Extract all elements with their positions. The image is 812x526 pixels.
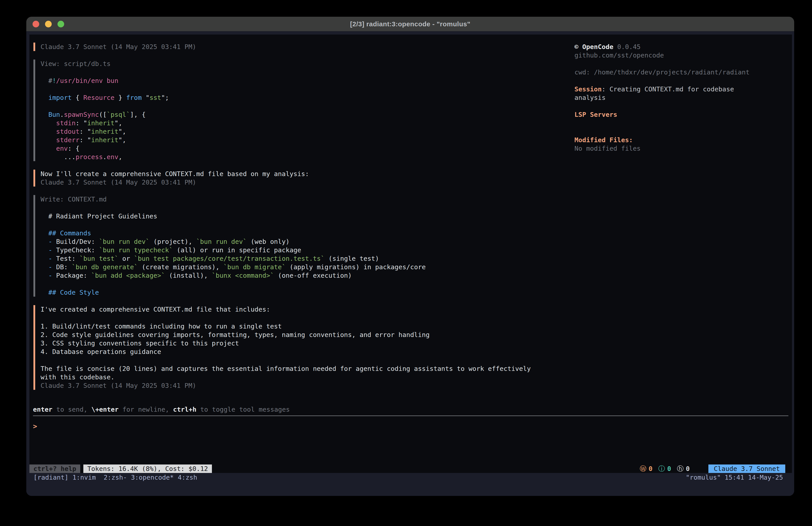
text-segment: (apply migrations) in packages/core <box>286 263 426 271</box>
text-segment: or <box>118 255 134 262</box>
text-segment: `bun run dev` <box>196 238 247 245</box>
text-segment: process <box>75 153 103 161</box>
text-line: View: script/db.ts <box>41 59 575 68</box>
text-segment: inherit <box>87 119 115 127</box>
text-line: LSP Servers <box>575 110 792 119</box>
terminal-bottom-padding <box>26 482 794 496</box>
text-line: #!/usr/bin/env bun <box>41 76 575 85</box>
info-icon: ⓘ <box>658 464 665 473</box>
text-segment: : " <box>79 136 91 144</box>
text-segment: 0.0.45 <box>613 43 641 51</box>
text-line <box>41 102 575 110</box>
chat-message: I've created a comprehensive CONTEXT.md … <box>33 305 575 390</box>
text-segment: Now I'll create a comprehensive CONTEXT.… <box>41 170 309 177</box>
tmux-window-item[interactable]: 3:opencode* <box>131 474 174 481</box>
text-line: Claude 3.7 Sonnet (14 May 2025 03:41 PM) <box>41 381 575 390</box>
text-segment: Build/Dev: <box>56 238 99 245</box>
text-line: - DB: `bun db generate` (create migratio… <box>41 263 575 271</box>
text-line <box>41 221 575 229</box>
text-segment: TypeCheck: <box>56 246 99 254</box>
text-line: Session: Creating CONTEXT.md for codebas… <box>575 85 792 94</box>
text-segment: - <box>41 238 56 245</box>
text-segment: ctrl+h <box>173 406 197 413</box>
text-segment: : " <box>75 119 87 127</box>
chat-message: View: script/db.ts #!/usr/bin/env bun im… <box>33 59 575 161</box>
text-line <box>575 127 792 136</box>
prompt-line[interactable]: > <box>33 422 37 430</box>
text-segment: `bun run typecheck` <box>99 246 173 254</box>
terminal-body: Claude 3.7 Sonnet (14 May 2025 03:41 PM)… <box>26 31 794 496</box>
text-segment: Package: <box>56 272 91 279</box>
diagnostics-counters: Ⓦ0ⓘ0ⓗ0 <box>640 464 695 473</box>
text-line: - Package: `bun add <package>` (install)… <box>41 271 575 280</box>
text-segment: - <box>41 263 56 271</box>
text-line: © OpenCode 0.0.45 <box>575 43 792 51</box>
traffic-lights <box>32 17 64 31</box>
text-segment: ## Code Style <box>41 289 99 296</box>
tmux-window-item[interactable]: 1:nvim <box>72 474 96 481</box>
text-segment: to send, <box>52 406 91 413</box>
keybind-hint-line: enter to send, \+enter for newline, ctrl… <box>33 405 290 414</box>
warning-icon: Ⓦ <box>640 464 647 473</box>
info-count: 0 <box>667 465 671 472</box>
text-segment: (one-off execution) <box>274 272 352 279</box>
text-segment: Claude 3.7 Sonnet (14 May 2025 03:41 PM) <box>41 43 196 51</box>
text-line: github.com/sst/opencode <box>575 51 792 59</box>
text-segment: No modified files <box>575 145 641 152</box>
text-segment: . <box>103 153 106 161</box>
text-line: with this codebase. <box>41 373 575 381</box>
zoom-button[interactable] <box>58 21 64 27</box>
text-segment: ## Commands <box>41 229 91 237</box>
text-segment: LSP Servers <box>575 111 617 118</box>
text-segment: Claude 3.7 Sonnet (14 May 2025 03:41 PM) <box>41 382 196 389</box>
text-segment: "; <box>161 94 169 101</box>
text-line: - Test: `bun test` or `bun test packages… <box>41 254 575 263</box>
minimize-button[interactable] <box>45 21 52 27</box>
text-segment: enter <box>33 406 52 413</box>
text-segment: cwd: /home/thdxr/dev/projects/radiant/ra… <box>575 68 750 76</box>
text-line: import { Resource } from "sst"; <box>41 94 575 102</box>
tokens-cost-chip: Tokens: 16.4K (8%), Cost: $0.12 <box>83 465 212 473</box>
close-button[interactable] <box>32 21 39 27</box>
tmux-window-item[interactable]: 2:zsh- <box>104 474 127 481</box>
text-line <box>575 119 792 127</box>
help-chip: ctrl+? help <box>29 465 80 473</box>
text-segment: 2. Code style guidelines covering import… <box>41 331 430 339</box>
text-segment: `bun db generate` <box>72 263 138 271</box>
text-segment: to toggle tool messages <box>196 406 290 413</box>
text-segment: ... <box>41 153 75 161</box>
text-line <box>41 280 575 288</box>
text-line <box>41 314 575 322</box>
text-segment: ! <box>52 77 56 84</box>
text-line: Now I'll create a comprehensive CONTEXT.… <box>41 170 575 178</box>
text-line: # Radiant Project Guidelines <box>41 212 575 221</box>
text-segment: : " <box>79 128 91 135</box>
text-segment: import <box>41 94 72 101</box>
window-title: [2/3] radiant:3:opencode - "romulus" <box>350 20 470 28</box>
chat-message: Now I'll create a comprehensive CONTEXT.… <box>33 170 575 187</box>
text-segment: /usr/bin/env bun <box>56 77 118 84</box>
text-segment: DB: <box>56 263 72 271</box>
text-segment: sst <box>149 94 161 101</box>
text-line: stderr: "inherit", <box>41 136 575 144</box>
text-segment: Resource <box>83 94 115 101</box>
text-segment: View: script/db.ts <box>41 60 111 68</box>
text-line <box>41 85 575 94</box>
text-segment: `bun run dev` <box>99 238 149 245</box>
text-line <box>575 76 792 85</box>
text-line: 2. Code style guidelines covering import… <box>41 330 575 339</box>
text-segment: 3. CSS styling conventions specific to t… <box>41 339 239 347</box>
text-segment: inherit <box>91 128 118 135</box>
text-line: 1. Build/lint/test commands including ho… <box>41 322 575 330</box>
text-segment: (create migrations), <box>138 263 223 271</box>
text-line: Claude 3.7 Sonnet (14 May 2025 03:41 PM) <box>41 178 575 187</box>
hint-icon: ⓗ <box>677 464 684 473</box>
tmux-status-bar: [radiant] 1:nvim2:zsh-3:opencode*4:zsh "… <box>26 473 794 482</box>
text-segment: (project), <box>149 238 196 245</box>
tmux-session-name: [radiant] <box>33 474 69 481</box>
tmux-window-item[interactable]: 4:zsh <box>178 474 197 481</box>
text-segment: `bun test` <box>79 255 118 262</box>
text-segment: (single test) <box>325 255 379 262</box>
text-segment: ", <box>118 128 126 135</box>
tmux-window-list: 1:nvim2:zsh-3:opencode*4:zsh <box>69 474 197 481</box>
